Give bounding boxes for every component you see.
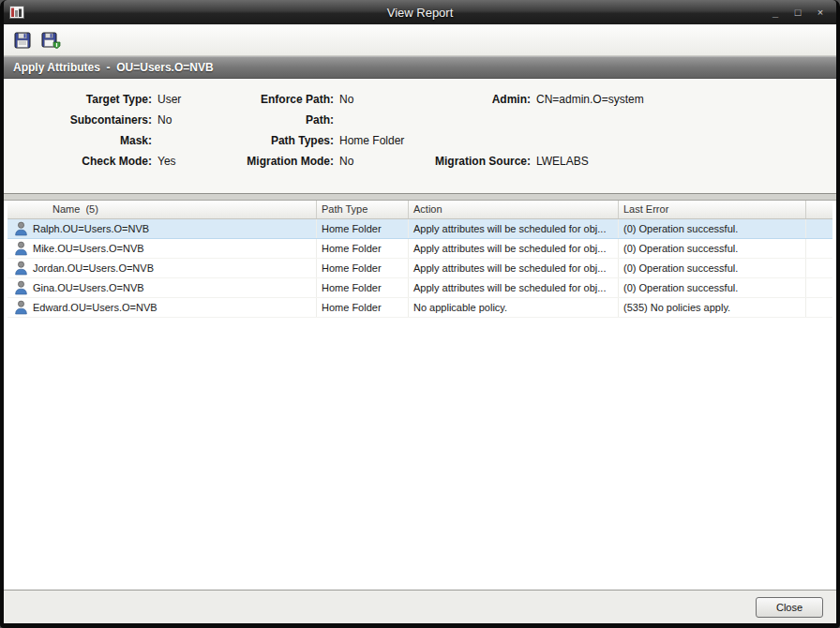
- close-button[interactable]: Close: [756, 597, 823, 618]
- path-type-cell: Home Folder: [317, 298, 409, 317]
- window-title: View Report: [4, 6, 836, 20]
- save-icon: [14, 32, 32, 49]
- object-name: Jordan.OU=Users.O=NVB: [33, 259, 154, 277]
- report-header: Apply Attributes - OU=Users.O=NVB: [4, 56, 836, 79]
- summary-row: Mask: Path Types: Home Folder: [11, 131, 829, 152]
- summary-row: Check Mode: Yes Migration Mode: No Migra…: [11, 152, 829, 172]
- field-value-migration-mode: No: [339, 152, 422, 172]
- action-cell: Apply attributes will be scheduled for o…: [409, 239, 619, 258]
- footer-bar: Close: [4, 590, 836, 623]
- column-header-spacer: [806, 201, 832, 218]
- save-as-report-button[interactable]: [39, 29, 62, 52]
- field-label-path-types: Path Types:: [234, 131, 334, 152]
- name-cell: Mike.OU=Users.O=NVB: [8, 239, 317, 258]
- table-header: Name (5) Path Type Action Last Error: [8, 201, 832, 219]
- spacer-cell: [806, 259, 832, 277]
- name-cell: Edward.OU=Users.O=NVB: [8, 298, 317, 317]
- field-label-target-type: Target Type:: [11, 90, 152, 111]
- name-cell: Gina.OU=Users.O=NVB: [8, 278, 317, 297]
- spacer-cell: [806, 239, 832, 258]
- object-name: Ralph.OU=Users.O=NVB: [33, 219, 149, 238]
- action-cell: No applicable policy.: [409, 298, 619, 317]
- field-value-enforce-path: No: [339, 90, 422, 111]
- maximize-button[interactable]: □: [791, 7, 804, 17]
- field-label-check-mode: Check Mode:: [11, 152, 152, 172]
- field-value-path: [339, 111, 422, 131]
- close-window-button[interactable]: ×: [814, 7, 827, 17]
- object-name: Edward.OU=Users.O=NVB: [33, 298, 158, 317]
- action-cell: Apply attributes will be scheduled for o…: [409, 219, 619, 238]
- spacer-cell: [806, 219, 832, 238]
- field-value-check-mode: Yes: [158, 152, 229, 172]
- last-error-cell: (0) Operation successful.: [619, 278, 806, 297]
- column-header-last-error[interactable]: Last Error: [619, 201, 806, 218]
- field-label-admin: Admin:: [428, 90, 531, 111]
- window-controls: _ □ ×: [769, 0, 827, 24]
- summary-row: Subcontainers: No Path:: [11, 111, 829, 131]
- field-label-migration-mode: Migration Mode:: [234, 152, 334, 172]
- toolbar: [4, 24, 836, 56]
- results-table: Name (5) Path Type Action Last Error Ral…: [4, 201, 836, 590]
- field-label-enforce-path: Enforce Path:: [234, 90, 334, 111]
- spacer-cell: [806, 278, 832, 297]
- field-value-subcontainers: No: [158, 111, 229, 131]
- field-label-empty: [428, 131, 531, 152]
- user-icon: [14, 280, 28, 295]
- field-value-migration-source: LWELABS: [536, 152, 829, 172]
- field-value-mask: [158, 131, 229, 152]
- summary-panel: Target Type: User Enforce Path: No Admin…: [4, 79, 836, 193]
- separator-band: [4, 193, 836, 201]
- last-error-cell: (0) Operation successful.: [619, 239, 806, 258]
- table-row[interactable]: Gina.OU=Users.O=NVB Home Folder Apply at…: [8, 278, 832, 298]
- title-bar: View Report _ □ ×: [4, 0, 836, 24]
- column-header-path-type[interactable]: Path Type: [317, 201, 409, 218]
- table-row[interactable]: Mike.OU=Users.O=NVB Home Folder Apply at…: [8, 239, 832, 259]
- last-error-cell: (0) Operation successful.: [619, 219, 806, 238]
- save-as-icon: [41, 32, 61, 49]
- field-value-empty: [536, 111, 829, 131]
- action-cell: Apply attributes will be scheduled for o…: [409, 259, 619, 277]
- window-content: Apply Attributes - OU=Users.O=NVB Target…: [4, 24, 836, 623]
- object-name: Mike.OU=Users.O=NVB: [33, 239, 144, 258]
- path-type-cell: Home Folder: [317, 259, 409, 277]
- path-type-cell: Home Folder: [317, 219, 409, 238]
- name-cell: Ralph.OU=Users.O=NVB: [8, 219, 317, 238]
- app-icon: [9, 6, 24, 19]
- user-icon: [14, 261, 28, 276]
- last-error-cell: (535) No policies apply.: [619, 298, 806, 317]
- table-row[interactable]: Ralph.OU=Users.O=NVB Home Folder Apply a…: [8, 219, 832, 239]
- last-error-cell: (0) Operation successful.: [619, 259, 806, 277]
- field-value-empty: [536, 131, 829, 152]
- action-cell: Apply attributes will be scheduled for o…: [409, 278, 619, 297]
- summary-row: Target Type: User Enforce Path: No Admin…: [11, 90, 829, 111]
- field-label-migration-source: Migration Source:: [428, 152, 531, 172]
- column-header-action[interactable]: Action: [409, 201, 619, 218]
- field-label-empty: [428, 111, 531, 131]
- save-report-button[interactable]: [11, 29, 34, 52]
- path-type-cell: Home Folder: [317, 278, 409, 297]
- user-icon: [14, 241, 28, 256]
- name-cell: Jordan.OU=Users.O=NVB: [8, 259, 317, 277]
- field-value-path-types: Home Folder: [339, 131, 422, 152]
- field-value-admin: CN=admin.O=system: [536, 90, 829, 111]
- view-report-window: View Report _ □ ×: [0, 0, 840, 628]
- field-label-path: Path:: [234, 111, 334, 131]
- report-header-title: Apply Attributes - OU=Users.O=NVB: [13, 61, 214, 74]
- user-icon: [14, 300, 28, 315]
- field-label-subcontainers: Subcontainers:: [11, 111, 152, 131]
- field-label-mask: Mask:: [11, 131, 152, 152]
- spacer-cell: [806, 298, 832, 317]
- column-header-name[interactable]: Name (5): [8, 201, 317, 218]
- user-icon: [14, 221, 28, 236]
- field-value-target-type: User: [158, 90, 229, 111]
- minimize-button[interactable]: _: [769, 7, 782, 17]
- object-name: Gina.OU=Users.O=NVB: [33, 278, 144, 297]
- path-type-cell: Home Folder: [317, 239, 409, 258]
- table-row[interactable]: Jordan.OU=Users.O=NVB Home Folder Apply …: [8, 259, 832, 278]
- table-row[interactable]: Edward.OU=Users.O=NVB Home Folder No app…: [8, 298, 832, 318]
